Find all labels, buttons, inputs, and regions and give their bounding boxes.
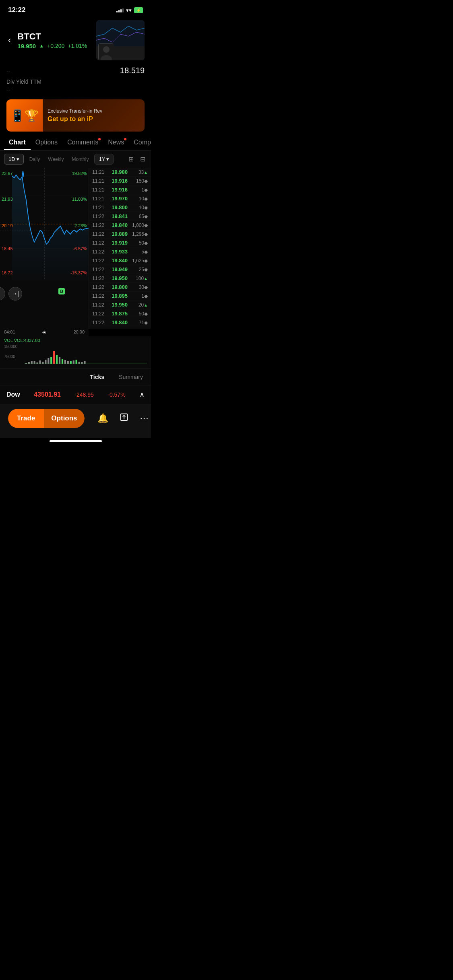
tick-time: 11:21 — [92, 178, 107, 184]
alert-button[interactable]: 🔔 — [94, 410, 112, 427]
promo-banner[interactable]: 📱🏆 Exclusive Transfer-in Rev Get up to a… — [6, 99, 145, 132]
grid-icon[interactable]: ⊟ — [139, 154, 147, 165]
chart-float-buttons: ⤢ →| — [0, 287, 22, 301]
y-label-top: 23.67 — [2, 171, 13, 176]
stock-price-row: 19.950 ▲ +0.200 +1.01% — [17, 43, 91, 49]
banner-icon: 📱🏆 — [6, 99, 43, 132]
period-1d-button[interactable]: 1D ▾ — [4, 154, 24, 165]
tick-row-13: 11:22 19.950 100▲ — [89, 274, 151, 283]
tab-company[interactable]: Company — [129, 135, 151, 150]
signal-icon — [116, 8, 124, 12]
y-label-4: 18.45 — [2, 246, 13, 251]
alert-icon: 🔔 — [97, 413, 108, 423]
banner-subtitle: Get up to an iP — [48, 115, 140, 123]
tick-time: 11:22 — [92, 276, 107, 281]
b-marker: B — [58, 288, 65, 294]
tick-time: 11:21 — [92, 187, 107, 193]
tick-vol: 5◆ — [128, 249, 148, 255]
tick-vol: 50◆ — [128, 240, 148, 246]
share-button[interactable] — [116, 410, 132, 427]
home-bar — [50, 440, 102, 442]
video-thumbnail[interactable] — [96, 20, 145, 60]
svg-rect-22 — [53, 351, 55, 364]
ticker-expand-icon[interactable]: ∧ — [139, 390, 145, 399]
back-button[interactable]: ‹ — [6, 33, 12, 47]
ticker-name: Dow — [6, 391, 20, 398]
tick-row-6: 11:22 19.841 65◆ — [89, 212, 151, 221]
summary-tab[interactable]: Summary — [116, 372, 146, 382]
header: ‹ BTCT 19.950 ▲ +0.200 +1.01% — [0, 18, 151, 64]
stock-price: 19.950 — [17, 43, 36, 49]
svg-rect-24 — [59, 357, 60, 364]
options-button[interactable]: Options — [44, 409, 84, 428]
div-dash: -- — [0, 86, 151, 96]
stock-info: BTCT 19.950 ▲ +0.200 +1.01% — [17, 31, 91, 49]
tick-row-10: 11:22 19.933 5◆ — [89, 247, 151, 256]
tick-time: 11:22 — [92, 222, 107, 228]
svg-rect-32 — [81, 362, 83, 364]
more-button[interactable]: ⋯ — [137, 410, 151, 427]
vol-label: VOL VOL:4337.00 — [4, 338, 147, 343]
tick-time: 11:22 — [92, 320, 107, 325]
svg-rect-1 — [96, 20, 145, 46]
tick-price: 19.916 — [107, 187, 128, 193]
tab-news-dot — [124, 138, 126, 140]
tick-price: 19.950 — [107, 275, 128, 281]
tab-options[interactable]: Options — [31, 135, 62, 150]
home-indicator — [0, 438, 151, 446]
weekly-button[interactable]: Weekly — [46, 154, 66, 164]
div-yield-label: Div Yield TTM — [0, 78, 151, 86]
ticker-change: -248.95 — [74, 391, 93, 398]
tick-time: 11:22 — [92, 258, 107, 264]
range-1y-button[interactable]: 1Y ▾ — [94, 154, 114, 165]
wifi-icon: ▾▾ — [126, 7, 132, 13]
tick-price: 19.933 — [107, 249, 128, 255]
chart-container: 23.67 21.93 20.19 18.45 16.72 19.82% 11.… — [0, 168, 151, 329]
tick-vol: 10◆ — [128, 205, 148, 210]
pct-label-top: 19.82% — [72, 171, 87, 176]
tick-row-12: 11:22 19.949 25◆ — [89, 265, 151, 274]
banner-subtitle-prefix: Get up to — [48, 115, 78, 122]
tick-time: 11:22 — [92, 293, 107, 299]
expand-chart-button[interactable]: ⤢ — [0, 287, 5, 301]
tick-vol: 30◆ — [128, 284, 148, 290]
x-label-start: 04:01 — [4, 329, 15, 336]
svg-rect-19 — [45, 360, 46, 364]
tick-row-14: 11:22 19.800 30◆ — [89, 283, 151, 292]
tick-vol: 150◆ — [128, 178, 148, 184]
daily-button[interactable]: Daily — [27, 154, 43, 164]
price-chart[interactable]: 23.67 21.93 20.19 18.45 16.72 19.82% 11.… — [0, 168, 89, 329]
tick-price: 19.919 — [107, 240, 128, 246]
tick-vol: 33▲ — [128, 169, 148, 175]
y-label-3: 20.19 — [2, 223, 13, 228]
tick-time: 11:22 — [92, 302, 107, 308]
pct-label-4: -6.57% — [73, 246, 87, 251]
tick-vol: 65◆ — [128, 214, 148, 219]
tab-news[interactable]: News — [103, 135, 129, 150]
banner-text: Exclusive Transfer-in Rev Get up to an i… — [43, 105, 145, 126]
tick-price: 19.875 — [107, 311, 128, 317]
tick-vol: 20▲ — [128, 302, 148, 308]
chart-x-axis: 04:01 ☀ 20:00 — [0, 329, 89, 336]
tick-time: 11:21 — [92, 169, 107, 175]
bottom-nav: Trade Options 🔔 ⋯ — [0, 404, 151, 438]
trade-button[interactable]: Trade — [8, 409, 44, 428]
arrow-chart-button[interactable]: →| — [8, 287, 22, 301]
ticks-tab[interactable]: Ticks — [87, 372, 108, 382]
compare-icon[interactable]: ⊞ — [127, 154, 135, 165]
battery-icon: ⚡ — [134, 7, 143, 13]
monthly-button[interactable]: Monthly — [69, 154, 91, 164]
market-ticker[interactable]: Dow 43501.91 -248.95 -0.57% ∧ — [0, 385, 151, 404]
tick-list: 11:21 19.980 33▲ 11:21 19.916 150◆ 11:21… — [89, 168, 151, 329]
tick-row-2: 11:21 19.916 150◆ — [89, 177, 151, 185]
price-arrow-icon: ▲ — [39, 43, 44, 49]
price-change: +0.200 — [47, 43, 64, 49]
share-icon — [120, 414, 128, 424]
vol-y-high: 150000 — [4, 344, 17, 349]
x-label-end: 20:00 — [73, 329, 85, 336]
svg-rect-23 — [56, 355, 58, 364]
tab-comments[interactable]: Comments — [62, 135, 103, 150]
tab-chart[interactable]: Chart — [4, 135, 31, 150]
tick-price: 19.970 — [107, 196, 128, 202]
tick-row-7: 11:22 19.840 1,000◆ — [89, 221, 151, 230]
